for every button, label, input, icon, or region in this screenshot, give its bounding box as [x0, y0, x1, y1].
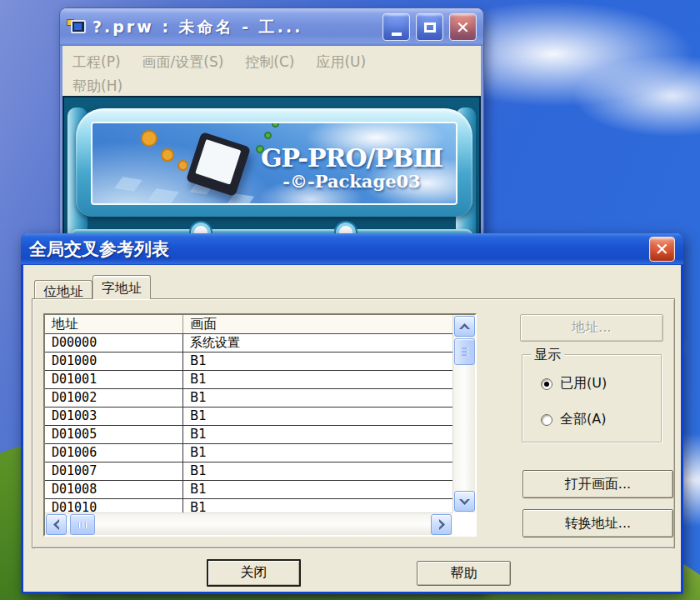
cell-address: D00000 — [45, 334, 183, 352]
table-row[interactable]: D01002B1 — [45, 389, 452, 408]
cell-screen: B1 — [183, 499, 452, 512]
cell-address: D01006 — [45, 444, 183, 462]
dialog-close-button[interactable]: ✕ — [649, 237, 675, 262]
cell-screen: 系统设置 — [183, 334, 452, 352]
menu-item[interactable]: 应用(U) — [316, 52, 366, 72]
table-row[interactable]: D01006B1 — [45, 444, 452, 462]
app-icon — [67, 19, 87, 36]
menu-item[interactable]: 帮助(H) — [72, 77, 122, 96]
menu-item[interactable]: 画面/设置(S) — [142, 52, 224, 72]
cell-screen: B1 — [183, 352, 452, 370]
tab-word-address[interactable]: 字地址 — [92, 275, 151, 299]
horizontal-scroll-thumb[interactable] — [70, 514, 95, 535]
radio-used-label[interactable]: 已用(U) — [560, 375, 607, 392]
cell-address: D01007 — [45, 462, 183, 480]
table-row[interactable]: D01008B1 — [45, 481, 452, 499]
dialog-title: 全局交叉参考列表 — [29, 238, 649, 261]
cell-address: D01003 — [45, 408, 183, 425]
table-row[interactable]: D01005B1 — [45, 426, 452, 444]
column-header-screen[interactable]: 画面 — [183, 315, 452, 333]
table-row[interactable]: D01001B1 — [45, 371, 452, 389]
radio-all[interactable] — [541, 414, 552, 426]
address-button[interactable]: 地址... — [520, 314, 663, 342]
help-button[interactable]: 帮助 — [417, 561, 511, 586]
close-button[interactable]: ✕ — [449, 13, 477, 41]
table-body: D00000系统设置D01000B1D01001B1D01002B1D01003… — [45, 334, 452, 512]
menu-row-1: 工程(P)画面/设置(S)控制(C)应用(U) — [72, 52, 471, 72]
cell-screen: B1 — [183, 426, 452, 443]
tab-page: 地址 画面 D00000系统设置D01000B1D01001B1D01002B1… — [32, 298, 675, 548]
table-header-row: 地址 画面 — [45, 315, 452, 334]
splash-logo-line2: -©-Package03 — [261, 171, 442, 192]
cell-screen: B1 — [183, 444, 452, 462]
scroll-down-icon[interactable] — [454, 491, 475, 512]
vertical-scrollbar[interactable] — [452, 315, 475, 512]
table-row[interactable]: D01010B1 — [45, 499, 452, 512]
radio-all-label[interactable]: 全部(A) — [560, 411, 606, 428]
splash-banner-frame: GP-PRO/PBⅢ -©-Package03 — [76, 108, 472, 217]
scroll-right-icon[interactable] — [431, 514, 452, 535]
cell-screen: B1 — [183, 481, 452, 498]
splash-dot-green — [264, 132, 272, 139]
display-group-label: 显示 — [531, 347, 564, 364]
cell-address: D01002 — [45, 389, 183, 407]
cell-screen: B1 — [183, 389, 452, 407]
cell-address: D01000 — [45, 352, 183, 370]
cell-address: D01010 — [45, 499, 183, 512]
cell-address: D01001 — [45, 371, 183, 388]
menu-item[interactable]: 控制(C) — [245, 52, 294, 72]
table-row[interactable]: D01007B1 — [45, 462, 452, 481]
cross-reference-list: 地址 画面 D00000系统设置D01000B1D01001B1D01002B1… — [43, 313, 477, 537]
cell-screen: B1 — [183, 371, 452, 388]
main-window-title: ?.prw : 未命名 - 工... — [92, 17, 378, 38]
main-window-titlebar: ?.prw : 未命名 - 工... ✕ — [60, 8, 483, 46]
cross-reference-dialog: 全局交叉参考列表 ✕ 位地址 字地址 地址 画面 D00000系统设置D0100… — [21, 233, 683, 594]
maximize-button[interactable] — [416, 13, 443, 41]
convert-address-button[interactable]: 转换地址... — [522, 509, 673, 538]
splash-banner-image: GP-PRO/PBⅢ -©-Package03 — [91, 122, 458, 205]
minimize-button[interactable] — [382, 13, 410, 41]
splash-logo-line1: GP-PRO/PBⅢ — [261, 143, 442, 172]
cell-address: D01008 — [45, 481, 183, 498]
menu-item[interactable]: 工程(P) — [72, 52, 121, 72]
splash-dot-orange — [141, 130, 158, 147]
display-groupbox: 显示 已用(U) 全部(A) — [522, 354, 662, 442]
menu-row-2: 帮助(H) — [72, 77, 471, 96]
radio-row-all[interactable]: 全部(A) — [541, 411, 606, 428]
horizontal-scrollbar[interactable] — [45, 512, 452, 535]
address-tabs: 位地址 字地址 — [34, 275, 151, 299]
radio-row-used[interactable]: 已用(U) — [541, 375, 607, 392]
cell-address: D01005 — [45, 426, 183, 443]
dialog-titlebar: 全局交叉参考列表 ✕ — [21, 233, 683, 265]
column-header-address[interactable]: 地址 — [45, 315, 183, 333]
cell-screen: B1 — [183, 462, 452, 480]
scroll-left-icon[interactable] — [46, 514, 67, 535]
splash-dot-orange — [161, 148, 174, 162]
table-row[interactable]: D00000系统设置 — [45, 334, 452, 352]
cell-screen: B1 — [183, 408, 452, 425]
dialog-close-action-button[interactable]: 关闭 — [207, 559, 301, 587]
scroll-up-icon[interactable] — [454, 316, 475, 337]
table-row[interactable]: D01003B1 — [45, 408, 452, 426]
splash-dot-orange — [178, 160, 188, 171]
splash-dot-green — [272, 122, 279, 128]
radio-used[interactable] — [541, 378, 552, 390]
table-row[interactable]: D01000B1 — [45, 352, 452, 371]
list-viewport: 地址 画面 D00000系统设置D01000B1D01001B1D01002B1… — [45, 315, 452, 512]
vertical-scroll-thumb[interactable] — [454, 338, 475, 365]
open-screen-button[interactable]: 打开画面... — [522, 470, 673, 498]
